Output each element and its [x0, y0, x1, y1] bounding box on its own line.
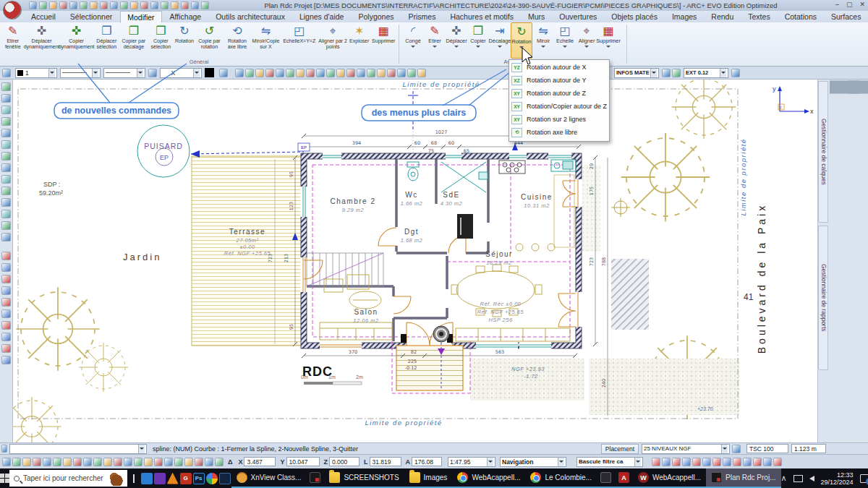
qat-icon[interactable] [150, 1, 158, 9]
dropdown-caret-icon[interactable] [498, 46, 502, 48]
combo-arrow-icon[interactable] [721, 445, 728, 453]
angle-field[interactable]: 176.08 [412, 457, 442, 466]
tab-cotations[interactable]: Cotations [778, 11, 823, 22]
history-up-icon[interactable] [1, 445, 7, 453]
qat-icon[interactable] [201, 1, 209, 9]
tab-affichage[interactable]: Affichage [163, 11, 208, 22]
task-view-icon[interactable] [133, 474, 135, 483]
tool-icon[interactable] [265, 69, 274, 77]
snap-tool-icon[interactable] [215, 458, 224, 466]
combo-arrow-icon[interactable] [138, 445, 145, 453]
filter-combo[interactable]: Bascule filtre ca [576, 457, 643, 467]
snap-tool-icon[interactable] [73, 458, 82, 466]
copier-selection-button[interactable]: ❐Copier sélection [148, 22, 174, 59]
tool-icon[interactable] [672, 69, 681, 77]
echelle-xyz-button[interactable]: ◰EchelleX=Y=Z [281, 22, 318, 59]
tool-icon[interactable] [1, 82, 11, 91]
mode-combo[interactable]: Navigation [500, 457, 566, 467]
view-tool-icon[interactable] [672, 458, 681, 466]
menu-item-rotation-z[interactable]: XYRotation autour de Z [509, 87, 609, 100]
snap-tool-icon[interactable] [174, 458, 183, 466]
tool-icon[interactable] [1, 106, 11, 114]
tab-gestionnaire-rapports[interactable]: Gestionnaire de rapports [818, 226, 828, 370]
tool-icon[interactable] [296, 69, 305, 77]
dropdown-caret-icon[interactable] [454, 46, 459, 48]
tab-murs[interactable]: Murs [522, 11, 551, 22]
tool-icon[interactable] [276, 69, 284, 77]
pinned-photos[interactable] [206, 468, 218, 488]
view-tool-icon[interactable] [702, 458, 711, 466]
combo-arrow-icon[interactable] [137, 69, 143, 77]
tool-icon[interactable] [357, 69, 365, 77]
copier-button[interactable]: ❐Copier [467, 22, 489, 59]
dropdown-caret-icon[interactable] [584, 46, 589, 48]
z-coordinate-field[interactable]: 0.000 [329, 457, 359, 466]
rotation-menu-button[interactable]: ↻Rotation [511, 22, 532, 59]
tool-icon[interactable] [255, 69, 264, 77]
tool-icon[interactable] [346, 69, 355, 77]
taskbar-task-keyboard[interactable] [597, 468, 615, 488]
zoom-in-icon[interactable] [397, 69, 406, 77]
linetype-combo-1[interactable] [60, 68, 101, 78]
snap-tool-icon[interactable] [144, 458, 153, 466]
view-tool-icon[interactable] [753, 458, 762, 466]
taskbar-search[interactable]: Taper ici pour rechercher [9, 470, 127, 487]
tool-icon[interactable] [326, 69, 335, 77]
snap-tool-icon[interactable] [124, 458, 132, 466]
tool-icon[interactable] [1, 233, 11, 241]
tab-accueil[interactable]: Accueil [25, 11, 62, 22]
view-tool-icon[interactable] [733, 458, 741, 466]
combo-arrow-icon[interactable] [193, 69, 200, 77]
view-tool-icon[interactable] [723, 458, 731, 466]
view-tool-icon[interactable] [712, 458, 721, 466]
etirer-fenetre-button[interactable]: ✎Etirer fenêtre [1, 22, 25, 59]
qat-icon[interactable] [140, 1, 148, 9]
copie-par-rotation-button[interactable]: ↺Copie par rotation [195, 22, 224, 59]
snap-icon[interactable] [1, 298, 11, 307]
deplacer-selection-button[interactable]: ❐Déplacer sélection [94, 22, 120, 59]
pinned-photoshop[interactable]: Ps [193, 468, 205, 488]
hatch-combo[interactable]: X [160, 68, 202, 78]
tool-icon[interactable] [235, 69, 244, 77]
view-tool-icon[interactable] [682, 458, 691, 466]
taskbar-task-arcplus[interactable] [306, 468, 324, 488]
tool-icon[interactable] [1, 210, 11, 218]
qat-icon[interactable] [110, 1, 118, 9]
taskbar-task-webacappella-2[interactable]: WWebAcappell... [633, 468, 706, 488]
pinned-app[interactable] [154, 468, 166, 488]
dropdown-caret-icon[interactable] [606, 46, 610, 48]
y-coordinate-field[interactable]: 10.047 [286, 457, 320, 466]
snap-icon[interactable] [1, 252, 11, 260]
tab-ouvertures[interactable]: Ouvertures [553, 11, 603, 22]
pan-icon[interactable] [417, 69, 426, 77]
etirer-button[interactable]: ✎Etirer [424, 22, 446, 59]
dropdown-caret-icon[interactable] [563, 46, 567, 48]
tab-images[interactable]: Images [665, 11, 703, 22]
view-tool-icon[interactable] [692, 458, 701, 466]
combo-arrow-icon[interactable] [650, 69, 657, 77]
tab-textes[interactable]: Textes [741, 11, 776, 22]
level-icon[interactable] [732, 445, 741, 453]
tool-icon[interactable] [1, 163, 11, 172]
combo-arrow-icon[interactable] [720, 69, 726, 77]
qat-icon[interactable] [39, 1, 47, 9]
taskbar-task-plan-rdc[interactable]: Plan Rdc Proj... [706, 468, 780, 488]
miroir-copie-button[interactable]: ⇋Miroir/Copie sur X [251, 22, 281, 59]
snap-tool-icon[interactable] [22, 458, 31, 466]
niveau-combo[interactable]: 25 NIVEAUX NGF [642, 444, 730, 454]
tool-icon[interactable] [377, 69, 386, 77]
dropdown-caret-icon[interactable] [433, 46, 437, 48]
combo-arrow-icon[interactable] [92, 69, 98, 77]
rotation-button[interactable]: ↻Rotation [174, 22, 195, 59]
snap-tool-icon[interactable] [33, 458, 41, 466]
scale-combo[interactable]: 1:47.95 [448, 457, 495, 467]
menu-item-rotation-axe-libre[interactable]: ⟲Rotation axe libre [509, 126, 609, 139]
qat-icon[interactable] [120, 1, 128, 9]
tool-icon[interactable] [286, 69, 294, 77]
tool-icon[interactable] [1, 117, 11, 126]
snap-icon[interactable] [1, 263, 11, 272]
qat-icon[interactable] [29, 1, 37, 9]
tool-icon[interactable] [245, 69, 254, 77]
qat-icon[interactable] [80, 1, 88, 9]
infos-combo[interactable]: INFOS MATE [614, 68, 659, 78]
